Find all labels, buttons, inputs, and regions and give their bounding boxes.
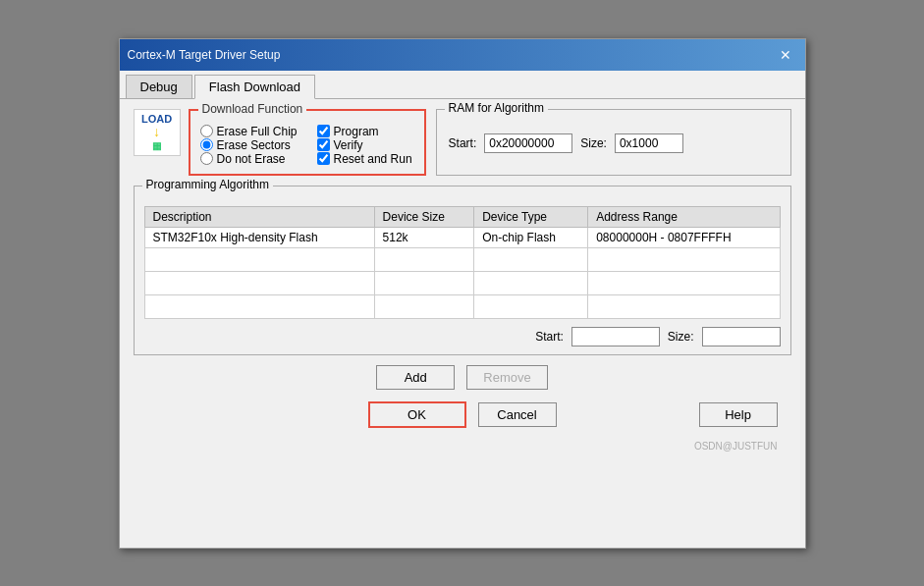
cancel-button[interactable]: Cancel: [478, 402, 557, 427]
radio-do-not-erase: Do not Erase: [200, 152, 298, 166]
ram-legend: RAM for Algorithm: [445, 101, 548, 115]
cell-description: STM32F10x High-density Flash: [144, 227, 374, 247]
top-section: LOAD ↓ ▦ Download Function Erase Full Ch…: [134, 109, 791, 176]
radio-erase-full-chip: Erase Full Chip: [200, 125, 298, 138]
download-area: LOAD ↓ ▦ Download Function Erase Full Ch…: [134, 109, 426, 176]
add-button[interactable]: Add: [376, 365, 455, 390]
check-verify-label: Verify: [334, 138, 363, 152]
col-description: Description: [144, 206, 374, 227]
table-row[interactable]: STM32F10x High-density Flash 512k On-chi…: [144, 227, 780, 247]
algorithm-table: Description Device Size Device Type Addr…: [144, 206, 781, 319]
empty-row-1: [144, 247, 780, 271]
window-title: Cortex-M Target Driver Setup: [128, 48, 281, 62]
radio-do-not-erase-label: Do not Erase: [217, 152, 286, 166]
col-address-range: Address Range: [588, 206, 780, 227]
alg-start-input[interactable]: [571, 327, 660, 346]
alg-size-label: Size:: [668, 330, 694, 344]
load-icon: LOAD ↓ ▦: [134, 109, 181, 156]
col-device-size: Device Size: [374, 206, 474, 227]
col-device-type: Device Type: [474, 206, 588, 227]
footer: OK Cancel Help OSDN@JUSTFUN: [134, 394, 791, 436]
check-program-label: Program: [334, 125, 379, 138]
remove-button[interactable]: Remove: [466, 365, 547, 390]
tab-bar: Debug Flash Download: [120, 71, 805, 99]
check-reset-and-run: Reset and Run: [317, 152, 414, 166]
ram-start-label: Start:: [449, 136, 477, 150]
footer-buttons: OK Cancel: [368, 401, 557, 428]
download-function-box: Download Function Erase Full Chip Erase …: [189, 109, 426, 176]
cell-device-size: 512k: [374, 227, 474, 247]
download-function-legend: Download Function: [198, 102, 307, 116]
tab-debug[interactable]: Debug: [126, 75, 192, 98]
watermark: OSDN@JUSTFUN: [694, 441, 778, 452]
alg-bottom-fields: Start: Size:: [144, 327, 781, 346]
add-remove-row: Add Remove: [134, 365, 791, 390]
alg-size-input[interactable]: [702, 327, 781, 346]
help-button[interactable]: Help: [699, 402, 778, 427]
radio-erase-full-chip-label: Erase Full Chip: [217, 125, 298, 138]
main-content: LOAD ↓ ▦ Download Function Erase Full Ch…: [120, 99, 805, 446]
check-reset-and-run-label: Reset and Run: [334, 152, 412, 166]
check-reset-and-run-input[interactable]: [317, 152, 330, 165]
radio-erase-sectors-label: Erase Sectors: [217, 138, 291, 152]
cell-address-range: 08000000H - 0807FFFFH: [588, 227, 780, 247]
radio-erase-sectors-input[interactable]: [200, 138, 213, 151]
check-program-input[interactable]: [317, 125, 330, 137]
tab-flash-download[interactable]: Flash Download: [194, 75, 315, 99]
ram-start-input[interactable]: [484, 133, 572, 153]
ram-fields: Start: Size:: [449, 124, 779, 153]
checkbox-column: Program Verify Reset and Run: [317, 125, 414, 166]
ram-size-input[interactable]: [615, 133, 683, 153]
radio-column: Erase Full Chip Erase Sectors Do not Era…: [200, 125, 298, 166]
radio-erase-sectors: Erase Sectors: [200, 138, 298, 152]
close-button[interactable]: ✕: [774, 45, 797, 65]
title-bar: Cortex-M Target Driver Setup ✕: [120, 39, 805, 71]
main-window: Cortex-M Target Driver Setup ✕ Debug Fla…: [119, 38, 806, 549]
ram-for-algorithm-box: RAM for Algorithm Start: Size:: [436, 109, 791, 176]
empty-row-3: [144, 294, 780, 318]
empty-row-2: [144, 271, 780, 294]
function-grid: Erase Full Chip Erase Sectors Do not Era…: [200, 119, 414, 166]
check-verify: Verify: [317, 138, 414, 152]
ram-size-label: Size:: [580, 136, 607, 150]
ok-button[interactable]: OK: [368, 401, 466, 428]
check-program: Program: [317, 125, 414, 138]
prog-alg-legend: Programming Algorithm: [142, 178, 273, 191]
radio-erase-full-chip-input[interactable]: [200, 125, 213, 137]
programming-algorithm-box: Programming Algorithm Description Device…: [134, 186, 791, 355]
check-verify-input[interactable]: [317, 138, 330, 151]
alg-start-label: Start:: [535, 330, 564, 344]
radio-do-not-erase-input[interactable]: [200, 152, 213, 165]
cell-device-type: On-chip Flash: [474, 227, 588, 247]
